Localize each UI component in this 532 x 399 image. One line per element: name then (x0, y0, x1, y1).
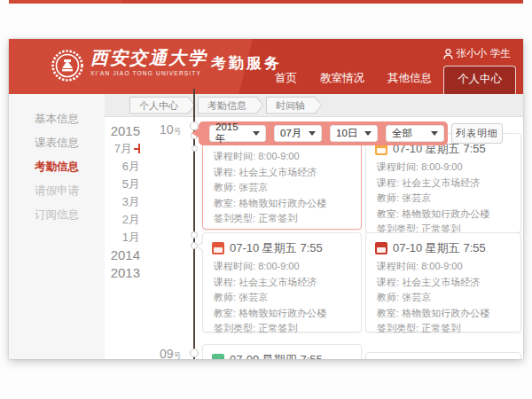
filter-bar: 2015年 07月 10日 全部 (199, 121, 448, 145)
app-window: 西安交通大学 XI'AN JIAO TONG UNIVERSITY 考勤服务 张… (9, 39, 523, 359)
breadcrumb: 个人中心 考勤信息 时间轴 (105, 94, 523, 117)
scale-year-2013[interactable]: 2013 (90, 264, 140, 282)
field-label: 教室 (377, 308, 402, 318)
scale-year-2014[interactable]: 2014 (90, 246, 140, 264)
page: 西安交通大学 XI'AN JIAO TONG UNIVERSITY 考勤服务 张… (0, 0, 532, 399)
user-name: 张小小 (457, 47, 488, 60)
university-name-block: 西安交通大学 XI'AN JIAO TONG UNIVERSITY (90, 47, 207, 76)
card-field: 教师张芸京 (366, 290, 520, 306)
field-value: 张芸京 (239, 292, 268, 302)
attendance-card[interactable] (365, 352, 521, 359)
card-field: 签到类型正常签到 (203, 321, 361, 337)
field-value: 社会主义市场经济 (239, 277, 317, 287)
tab-personal-center[interactable]: 个人中心 (443, 66, 516, 94)
field-label: 签到类型 (214, 213, 258, 223)
user-icon (443, 49, 453, 59)
card-header: 07-10 星期五 7:55 (366, 233, 520, 259)
card-field: 教师张芸京 (366, 191, 520, 207)
card-date: 07-10 星期五 7:55 (393, 240, 486, 256)
scale-month-7-current[interactable]: 7月 (90, 140, 140, 158)
scale-year-2015[interactable]: 2015 (90, 122, 140, 140)
attendance-card[interactable]: 07-09 星期四 7:55 (202, 344, 362, 359)
day-select[interactable]: 10日 (330, 125, 378, 142)
status-icon (212, 242, 224, 254)
field-label: 课程时间 (377, 261, 421, 271)
field-label: 课程时间 (214, 261, 258, 271)
field-label: 教室 (377, 208, 402, 219)
field-value: 格物致知行政办公楼 (239, 308, 326, 318)
field-label: 教师 (214, 292, 239, 302)
breadcrumb-label: 个人中心 (129, 100, 195, 111)
list-detail-button[interactable]: 列表明细 (451, 123, 503, 144)
field-label: 签到类型 (377, 323, 421, 333)
field-value: 正常签到 (258, 213, 297, 223)
chevron-down-icon (309, 131, 316, 136)
card-field: 课程社会主义市场经济 (366, 275, 520, 291)
status-icon (212, 354, 224, 359)
card-field: 课程社会主义市场经济 (203, 165, 361, 181)
breadcrumb-label: 考勤信息 (198, 100, 263, 111)
university-name: 西安交通大学 (90, 47, 207, 68)
attendance-card[interactable]: 07-10 星期五 7:55 课程时间8:00-9:00 课程社会主义市场经济 … (365, 232, 521, 332)
field-value: 正常签到 (258, 323, 297, 333)
attendance-card-selected[interactable]: 课程时间8:00-9:00 课程社会主义市场经济 教师张芸京 教室格物致知行政办… (202, 142, 362, 230)
chevron-down-icon (253, 131, 260, 136)
breadcrumb-timeline[interactable]: 时间轴 (266, 97, 322, 114)
field-label: 课程 (214, 167, 239, 177)
university-logo-icon (51, 49, 84, 82)
scale-month-2[interactable]: 2月 (90, 211, 140, 229)
field-value: 张芸京 (239, 182, 268, 192)
month-select[interactable]: 07月 (274, 125, 322, 142)
timeline-node-day09[interactable] (190, 348, 199, 357)
card-field: 教师张芸京 (203, 290, 361, 306)
breadcrumb-attendance[interactable]: 考勤信息 (198, 97, 263, 114)
field-label: 课程 (377, 277, 402, 287)
scale-month-6[interactable]: 6月 (90, 158, 140, 176)
year-select[interactable]: 2015年 (209, 125, 266, 142)
field-label: 教师 (377, 192, 402, 203)
day-suffix: 号 (174, 351, 182, 359)
field-label: 课程时间 (214, 151, 258, 161)
attendance-card[interactable]: 07-10 星期五 7:55 课程时间8:00-9:00 课程社会主义市场经济 … (365, 133, 521, 233)
card-header: 07-09 星期四 7:55 (203, 345, 361, 359)
card-field: 教室格物致知行政办公楼 (366, 207, 520, 223)
nav-item-classroom-status[interactable]: 教室情况 (309, 65, 376, 94)
scale-month-3[interactable]: 3月 (90, 193, 140, 211)
status-icon (375, 242, 387, 254)
field-label: 教师 (377, 292, 402, 302)
card-field: 课程时间8:00-9:00 (203, 259, 361, 275)
day-marker-10[interactable]: 10号 (160, 122, 182, 137)
scale-month-5[interactable]: 5月 (90, 176, 140, 193)
field-label: 签到类型 (214, 323, 258, 333)
filter-bubble-tail (192, 128, 200, 138)
user-info[interactable]: 张小小 学生 (443, 47, 512, 60)
nav-item-other-info[interactable]: 其他信息 (376, 65, 443, 94)
field-value: 社会主义市场经济 (402, 177, 480, 188)
nav-item-home[interactable]: 首页 (263, 65, 309, 94)
breadcrumb-personal-center[interactable]: 个人中心 (129, 97, 195, 114)
field-value: 张芸京 (402, 192, 431, 203)
card-field: 教室格物致知行政办公楼 (203, 306, 361, 322)
day-marker-09[interactable]: 09号 (160, 347, 182, 359)
field-value: 正常签到 (421, 323, 460, 333)
card-field: 签到类型正常签到 (366, 321, 520, 337)
field-value: 张芸京 (402, 292, 431, 302)
type-select[interactable]: 全部 (386, 125, 444, 142)
card-field: 教室格物致知行政办公楼 (203, 196, 361, 212)
timeline-scale: 2015 7月 6月 5月 3月 2月 1月 2014 2013 (90, 122, 140, 282)
attendance-card[interactable]: 07-10 星期五 7:55 课程时间8:00-9:00 课程社会主义市场经济 … (202, 232, 362, 332)
field-label: 教室 (214, 198, 239, 208)
field-value: 社会主义市场经济 (239, 167, 317, 177)
scale-month-1[interactable]: 1月 (90, 229, 140, 246)
chevron-down-icon (364, 131, 372, 136)
card-field: 课程时间8:00-9:00 (366, 259, 520, 275)
card-field: 课程社会主义市场经济 (203, 275, 361, 291)
app-header: 西安交通大学 XI'AN JIAO TONG UNIVERSITY 考勤服务 张… (9, 39, 523, 94)
year-select-value: 2015年 (215, 121, 247, 145)
field-value: 格物致知行政办公楼 (402, 208, 489, 219)
card-field: 课程时间8:00-9:00 (366, 160, 520, 176)
card-field: 教师张芸京 (203, 180, 361, 196)
scale-month-label: 7月 (114, 142, 132, 155)
field-label: 课程时间 (377, 161, 421, 172)
card-header: 07-10 星期五 7:55 (203, 233, 361, 259)
